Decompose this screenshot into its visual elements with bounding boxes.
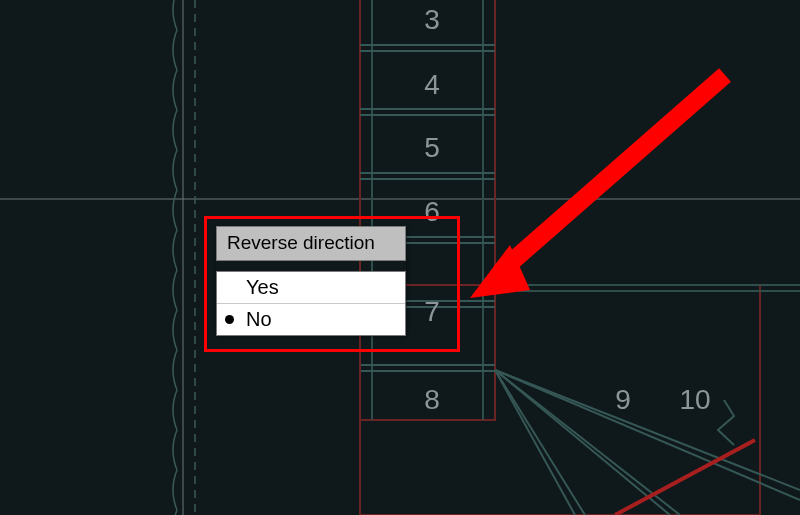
cad-drawing-canvas[interactable]: 3 4 5 6 7 8 9 10 Reverse direction Yes N… — [0, 0, 800, 515]
riser-number: 5 — [424, 132, 440, 164]
riser-number: 4 — [424, 69, 440, 101]
menu-option-label: Yes — [246, 276, 397, 299]
svg-line-22 — [495, 370, 585, 515]
svg-line-21 — [495, 370, 575, 515]
radio-indicator-selected — [225, 315, 234, 324]
menu-spacer — [216, 261, 406, 271]
menu-options: Yes No — [216, 271, 406, 336]
riser-number: 3 — [424, 4, 440, 36]
svg-line-25 — [495, 370, 800, 490]
riser-number: 9 — [615, 384, 631, 416]
svg-line-26 — [495, 370, 800, 500]
menu-option-label: No — [246, 308, 397, 331]
reverse-direction-menu: Reverse direction Yes No — [216, 226, 406, 336]
menu-option-no[interactable]: No — [217, 304, 405, 335]
radio-indicator — [225, 283, 234, 292]
menu-option-yes[interactable]: Yes — [217, 272, 405, 304]
riser-number: 10 — [679, 384, 710, 416]
riser-number: 8 — [424, 384, 440, 416]
menu-title: Reverse direction — [216, 226, 406, 261]
